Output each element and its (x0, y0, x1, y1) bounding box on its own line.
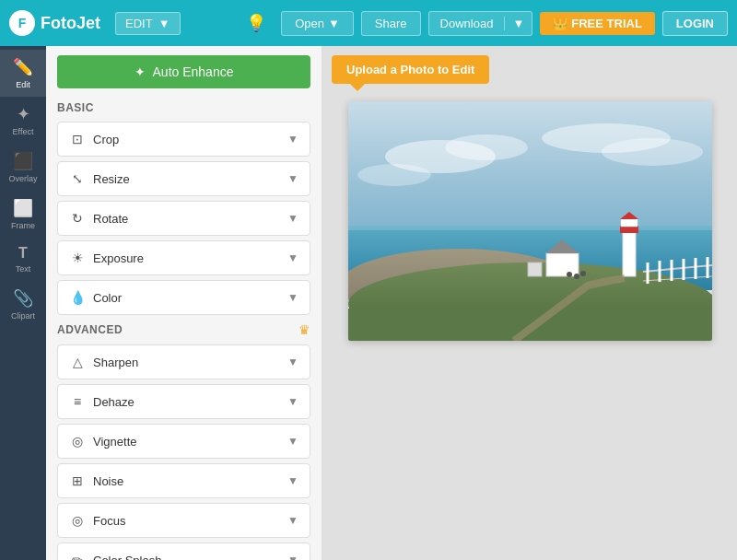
tool-color-splash[interactable]: ✏ Color Splash ▼ (57, 542, 310, 560)
vignette-label: Vignette (93, 435, 136, 449)
edit-nav-label: Edit (16, 80, 30, 89)
svg-rect-15 (623, 230, 636, 276)
free-trial-label: FREE TRIAL (571, 17, 642, 30)
svg-rect-17 (621, 219, 638, 227)
color-icon: 💧 (69, 289, 86, 306)
resize-label: Resize (93, 172, 130, 186)
svg-point-5 (357, 164, 431, 186)
svg-rect-7 (348, 226, 712, 230)
noise-chevron-icon: ▼ (287, 474, 298, 487)
color-chevron-icon: ▼ (287, 291, 298, 304)
noise-label: Noise (93, 474, 123, 488)
color-label: Color (93, 291, 122, 305)
svg-point-27 (567, 272, 572, 277)
tool-vignette[interactable]: ◎ Vignette ▼ (57, 424, 310, 459)
color-splash-label: Color Splash (93, 554, 161, 561)
crop-label: Crop (93, 133, 119, 146)
exposure-chevron-icon: ▼ (287, 251, 298, 264)
dehaze-label: Dehaze (93, 395, 135, 409)
advanced-section-label: ADVANCED (57, 323, 123, 336)
logo-area: F FotoJet (9, 10, 100, 36)
edit-nav-icon: ✏️ (13, 57, 33, 77)
sidebar: ✦ Auto Enhance BASIC ⊡ Crop ▼ ⤡ Resize ▼… (46, 46, 322, 560)
edit-chevron-icon: ▼ (158, 17, 170, 30)
sidebar-item-frame[interactable]: ⬜ Frame (0, 191, 46, 238)
focus-label: Focus (93, 514, 125, 528)
svg-point-29 (580, 271, 586, 276)
auto-enhance-button[interactable]: ✦ Auto Enhance (57, 55, 310, 88)
vignette-chevron-icon: ▼ (287, 435, 298, 448)
tool-exposure[interactable]: ☀ Exposure ▼ (57, 240, 310, 275)
frame-nav-label: Frame (11, 221, 35, 230)
overlay-nav-icon: ⬛ (13, 151, 33, 171)
sidebar-item-edit[interactable]: ✏️ Edit (0, 50, 46, 97)
free-trial-button[interactable]: 👑 FREE TRIAL (540, 12, 655, 35)
svg-point-4 (602, 138, 703, 166)
color-splash-chevron-icon: ▼ (287, 554, 298, 560)
download-arrow-icon[interactable]: ▼ (504, 17, 532, 30)
open-button[interactable]: Open ▼ (281, 11, 354, 36)
photo-image (348, 101, 712, 341)
tool-color[interactable]: 💧 Color ▼ (57, 280, 310, 315)
header: F FotoJet EDIT ▼ 💡 Open ▼ Share Download… (0, 0, 737, 46)
sidebar-item-overlay[interactable]: ⬛ Overlay (0, 144, 46, 191)
share-label: Share (375, 17, 407, 30)
sparkle-icon: ✦ (135, 64, 146, 79)
download-button[interactable]: Download ▼ (428, 11, 533, 36)
text-nav-label: Text (16, 264, 31, 274)
crop-icon: ⊡ (69, 131, 86, 147)
download-label: Download (429, 17, 505, 30)
basic-section-label: BASIC (57, 101, 310, 114)
tool-dehaze[interactable]: ≡ Dehaze ▼ (57, 384, 310, 419)
frame-nav-icon: ⬜ (13, 198, 33, 218)
tool-noise[interactable]: ⊞ Noise ▼ (57, 463, 310, 498)
effect-nav-label: Effect (13, 127, 34, 136)
crown-header-icon: 👑 (553, 17, 567, 30)
logo-icon: F (9, 10, 35, 36)
tool-rotate[interactable]: ↻ Rotate ▼ (57, 201, 310, 236)
main-body: ✏️ Edit ✦ Effect ⬛ Overlay ⬜ Frame T Tex… (0, 46, 737, 560)
svg-rect-12 (546, 253, 579, 276)
clipart-nav-icon: 📎 (13, 288, 33, 309)
sidebar-item-effect[interactable]: ✦ Effect (0, 97, 46, 144)
edit-dropdown[interactable]: EDIT ▼ (115, 12, 181, 35)
open-chevron-icon: ▼ (328, 17, 340, 30)
photo-canvas (348, 101, 712, 341)
focus-icon: ◎ (69, 512, 86, 529)
resize-icon: ⤡ (69, 170, 86, 187)
tool-sharpen[interactable]: △ Sharpen ▼ (57, 344, 310, 379)
resize-chevron-icon: ▼ (287, 172, 298, 185)
tool-crop[interactable]: ⊡ Crop ▼ (57, 122, 310, 157)
login-button[interactable]: LOGIN (662, 11, 728, 36)
color-splash-icon: ✏ (69, 552, 86, 560)
rotate-chevron-icon: ▼ (287, 212, 298, 225)
sharpen-icon: △ (69, 354, 86, 370)
crop-chevron-icon: ▼ (287, 133, 298, 146)
svg-rect-14 (528, 262, 542, 276)
canvas-area: Upload a Photo to Edit (322, 46, 737, 560)
sharpen-chevron-icon: ▼ (287, 356, 298, 368)
sidebar-item-clipart[interactable]: 📎 Clipart (0, 281, 46, 328)
tool-focus[interactable]: ◎ Focus ▼ (57, 503, 310, 538)
dehaze-chevron-icon: ▼ (287, 395, 298, 408)
tool-resize[interactable]: ⤡ Resize ▼ (57, 161, 310, 196)
overlay-nav-label: Overlay (8, 174, 37, 183)
text-nav-icon: T (18, 245, 28, 262)
rotate-label: Rotate (93, 212, 128, 226)
svg-point-2 (445, 134, 528, 160)
focus-chevron-icon: ▼ (287, 514, 298, 527)
left-nav: ✏️ Edit ✦ Effect ⬛ Overlay ⬜ Frame T Tex… (0, 46, 46, 560)
upload-tooltip[interactable]: Upload a Photo to Edit (332, 55, 489, 84)
rotate-icon: ↻ (69, 210, 86, 227)
sidebar-item-text[interactable]: T Text (0, 238, 46, 281)
advanced-section-header: ADVANCED ♛ (57, 322, 310, 337)
sharpen-label: Sharpen (93, 356, 138, 369)
exposure-icon: ☀ (69, 250, 86, 266)
dehaze-icon: ≡ (69, 393, 86, 410)
share-button[interactable]: Share (361, 11, 421, 36)
bulb-icon[interactable]: 💡 (239, 9, 274, 37)
logo-text: FotoJet (41, 14, 100, 33)
edit-label: EDIT (125, 17, 153, 30)
open-label: Open (295, 17, 324, 30)
vignette-icon: ◎ (69, 433, 86, 449)
